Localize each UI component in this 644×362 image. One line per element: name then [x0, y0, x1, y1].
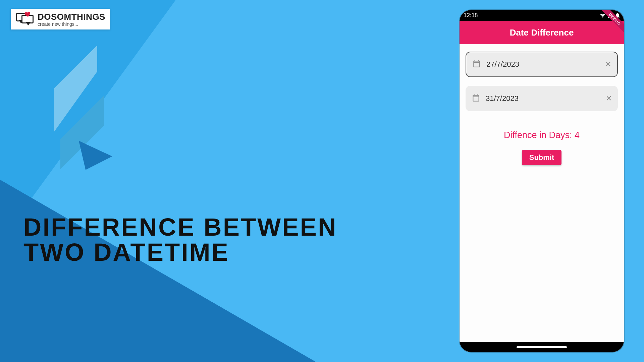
phone-frame: 12:18 DEBUG Date Difference 27/7/2023 ✕	[460, 10, 624, 352]
wifi-icon	[600, 13, 606, 18]
nav-pill-icon[interactable]	[517, 346, 567, 348]
app-bar-title: Date Difference	[510, 27, 574, 38]
brand-title: DOSOMTHINGS	[38, 12, 105, 21]
brand-logo-card: DOSOMTHINGS create new things...	[11, 9, 110, 29]
app-bar: Date Difference	[460, 21, 624, 44]
android-nav-bar	[460, 342, 624, 352]
result-text: Diffence in Days: 4	[466, 130, 618, 140]
submit-button[interactable]: Submit	[522, 150, 562, 165]
clear-date-2-icon[interactable]: ✕	[606, 95, 612, 102]
brand-subtitle: create new things...	[38, 22, 105, 26]
status-bar: 12:18	[460, 10, 624, 21]
date-2-value: 31/7/2023	[486, 94, 600, 103]
calendar-icon	[472, 94, 480, 104]
clear-date-1-icon[interactable]: ✕	[605, 61, 611, 68]
calendar-icon	[472, 59, 481, 69]
headline-text: DIFFERENCE BETWEEN TWO DATETIME	[23, 215, 337, 265]
status-time: 12:18	[464, 12, 478, 19]
date-field-1[interactable]: 27/7/2023 ✕	[466, 52, 618, 77]
date-1-value: 27/7/2023	[486, 60, 600, 69]
speech-bubbles-icon	[15, 11, 35, 27]
flutter-logo-icon	[34, 67, 107, 168]
date-field-2[interactable]: 31/7/2023 ✕	[466, 86, 618, 111]
